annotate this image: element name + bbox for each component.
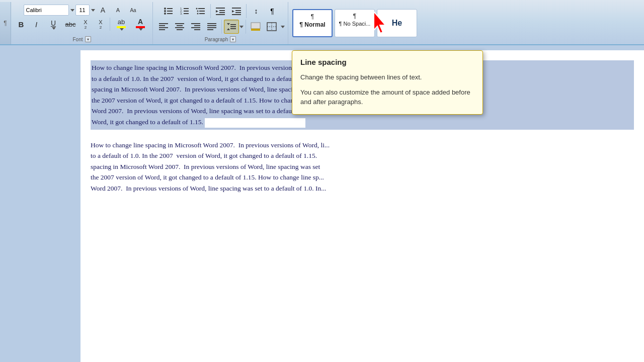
underline-dropdown-icon[interactable]: [52, 27, 56, 30]
svg-rect-21: [219, 12, 225, 13]
no-spacing-style-label: ¶ No Spaci...: [339, 21, 371, 27]
svg-rect-33: [177, 25, 183, 26]
no-spacing-style-box[interactable]: ¶ ¶ No Spaci...: [335, 9, 375, 37]
highlight-button[interactable]: ab: [112, 18, 130, 31]
grow-font-button[interactable]: A: [96, 4, 110, 16]
heading-style-box[interactable]: He: [377, 9, 417, 37]
align-center-button[interactable]: [172, 20, 187, 34]
svg-rect-32: [175, 23, 184, 24]
svg-rect-1: [167, 8, 173, 9]
borders-button[interactable]: [264, 20, 279, 34]
doc-text-5: Word 2007. In previous versions of Word,…: [92, 107, 322, 115]
svg-rect-25: [235, 10, 241, 11]
strikethrough-button[interactable]: abc: [63, 18, 77, 31]
svg-rect-26: [235, 12, 241, 13]
font-name-input[interactable]: [24, 5, 69, 16]
svg-marker-44: [227, 23, 230, 25]
bullets-icon: [164, 7, 174, 16]
svg-marker-24: [232, 10, 234, 13]
font-section-label: Font ▾: [14, 35, 149, 43]
align-left-button[interactable]: [156, 20, 171, 34]
line-spacing-dropdown-icon[interactable]: [239, 26, 244, 28]
sort-button[interactable]: ↕: [249, 4, 264, 18]
document-paragraph-2[interactable]: How to change line spacing in Microsoft …: [91, 140, 634, 194]
svg-rect-23: [232, 8, 241, 9]
svg-rect-30: [159, 27, 168, 28]
highlight-dropdown-icon[interactable]: [120, 28, 124, 31]
normal-style-label: ¶ Normal: [299, 21, 325, 28]
paragraph-section: 1. 2. 3.: [153, 2, 288, 44]
line-spacing-tooltip: Line spacing Change the spacing between …: [292, 50, 483, 115]
svg-point-16: [197, 13, 199, 15]
align-right-button[interactable]: [188, 20, 203, 34]
line-spacing-icon: [226, 22, 236, 31]
doc-text-11: Word 2007. In previous versions of Word,…: [91, 185, 327, 192]
paragraph-mark-icon: ¶: [4, 20, 7, 27]
font-color-btn: A: [136, 18, 145, 28]
superscript-button[interactable]: X2: [94, 18, 108, 31]
svg-rect-20: [219, 10, 225, 11]
show-marks-button[interactable]: ¶: [265, 4, 280, 18]
highlight-color-btn: ab: [117, 18, 126, 28]
svg-point-12: [196, 8, 198, 10]
selection-end-whitespace: [205, 118, 305, 128]
shrink-font-button[interactable]: A: [111, 4, 125, 16]
numbering-button[interactable]: 1. 2. 3.: [177, 4, 192, 18]
styles-section: ¶ ¶ Normal ¶ ¶ No Spaci... He: [288, 2, 421, 44]
ribbon-toolbar: ¶ A A Aa B I U abc: [0, 0, 644, 45]
align-center-icon: [175, 22, 185, 31]
increase-indent-icon: [231, 7, 242, 16]
svg-rect-11: [184, 13, 189, 14]
font-format-row: B I U abc X2 X2 ab: [14, 18, 149, 31]
svg-rect-18: [216, 8, 225, 9]
svg-rect-39: [194, 29, 200, 30]
svg-rect-48: [230, 28, 236, 29]
svg-rect-9: [184, 11, 189, 12]
font-size-input[interactable]: [75, 5, 90, 16]
multilevel-list-button[interactable]: [193, 4, 208, 18]
shading-button[interactable]: [248, 20, 263, 34]
multilevel-icon: [196, 7, 206, 16]
decrease-indent-button[interactable]: [213, 4, 228, 18]
subscript-button[interactable]: X2: [78, 18, 93, 31]
normal-style-box[interactable]: ¶ ¶ Normal: [292, 9, 333, 37]
svg-rect-28: [159, 23, 168, 24]
svg-rect-46: [230, 24, 236, 25]
svg-point-4: [164, 13, 166, 15]
line-spacing-button[interactable]: [224, 20, 239, 34]
italic-button[interactable]: I: [29, 18, 43, 31]
font-controls-row: A A Aa: [24, 4, 140, 16]
bullets-button[interactable]: [161, 4, 176, 18]
svg-rect-5: [167, 13, 173, 14]
borders-icon: [267, 22, 277, 31]
paragraph-section-label: Paragraph ▾: [156, 35, 285, 43]
paragraph-section-expand[interactable]: ▾: [230, 36, 236, 42]
borders-dropdown-icon[interactable]: [281, 26, 285, 28]
font-size-dropdown-icon[interactable]: [91, 9, 95, 12]
underline-button[interactable]: U: [44, 18, 62, 31]
svg-point-2: [164, 10, 166, 12]
font-color-button[interactable]: A: [131, 18, 149, 31]
svg-rect-15: [199, 11, 205, 12]
clear-format-button[interactable]: Aa: [126, 4, 140, 16]
svg-marker-19: [216, 10, 218, 13]
normal-style-paragraph-icon: ¶: [311, 13, 314, 20]
svg-rect-17: [199, 13, 205, 14]
doc-text-3: spacing in Microsoft Word 2007. In previ…: [92, 85, 321, 93]
doc-text-4: the 2007 version of Word, it got changed…: [92, 97, 325, 104]
svg-rect-47: [230, 26, 236, 27]
font-section-expand[interactable]: ▾: [85, 36, 91, 42]
shading-icon: [251, 22, 261, 31]
increase-indent-button[interactable]: [229, 4, 244, 18]
justify-button[interactable]: [204, 20, 219, 34]
tooltip-title: Line spacing: [300, 58, 474, 66]
font-section: A A Aa B I U abc X2 X2 ab: [11, 2, 153, 44]
font-name-dropdown-icon[interactable]: [70, 9, 74, 12]
svg-rect-31: [159, 29, 165, 30]
svg-rect-36: [191, 23, 200, 24]
font-color-dropdown-icon[interactable]: [139, 28, 143, 31]
bold-button[interactable]: B: [14, 18, 28, 31]
svg-point-0: [164, 8, 166, 10]
para-divider-2: [246, 4, 247, 18]
ribbon-left-edge: ¶: [0, 2, 11, 44]
